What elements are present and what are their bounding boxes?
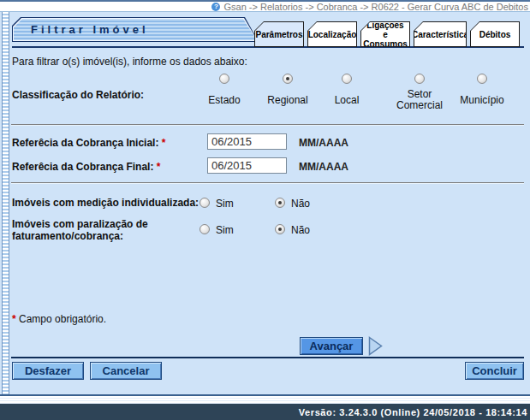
page-title: Filtrar Imóvel xyxy=(14,23,149,36)
radio-medicao-nao-label: Não xyxy=(291,198,310,210)
version-text: Versão: 3.24.3.0 (Online) 24/05/2018 - 1… xyxy=(299,407,527,417)
version-bar: Versão: 3.24.3.0 (Online) 24/05/2018 - 1… xyxy=(0,404,530,420)
ref-final-format: MM/AAAA xyxy=(299,161,348,173)
radio-local[interactable] xyxy=(342,74,352,84)
radio-medicao-nao[interactable] xyxy=(275,198,285,208)
intro-text: Para filtrar o(s) imóvel(is), informe os… xyxy=(12,56,247,68)
cancelar-button[interactable]: Cancelar xyxy=(90,362,162,380)
left-decorative-rail xyxy=(2,12,9,394)
section-divider xyxy=(11,182,524,183)
classification-option-local: Local xyxy=(308,72,385,112)
tab-parametros[interactable]: Parâmetros xyxy=(254,21,304,47)
panel-title-bar: Filtrar Imóvel xyxy=(12,17,259,42)
breadcrumb-bar: ? Gsan -> Relatorios -> Cobranca -> R062… xyxy=(0,0,530,12)
tab-ligacoes-consumos[interactable]: Ligações e Consumos xyxy=(360,21,410,47)
radio-paralizacao-sim[interactable] xyxy=(199,224,210,234)
classification-label: Classificação do Relatório: xyxy=(12,89,144,101)
filter-panel: Filtrar Imóvel Parâmetros Localização Li… xyxy=(0,12,530,396)
ref-final-label: Referêcia da Cobrança Final: * xyxy=(12,161,160,173)
tab-debitos[interactable]: Débitos xyxy=(470,21,520,47)
desfazer-button[interactable]: Desfazer xyxy=(12,362,84,380)
radio-medicao-sim-label: Sim xyxy=(216,198,234,210)
radio-municipio-label: Município xyxy=(460,95,503,106)
radio-municipio[interactable] xyxy=(477,74,487,84)
radio-setor-comercial[interactable] xyxy=(414,74,425,84)
avancar-button[interactable]: Avançar xyxy=(300,337,363,355)
radio-medicao-sim[interactable] xyxy=(199,198,210,208)
ref-inicial-format: MM/AAAA xyxy=(299,137,348,149)
ref-inicial-input[interactable] xyxy=(207,133,287,150)
radio-local-label: Local xyxy=(335,95,360,106)
radio-setor-comercial-label: Setor Comercial xyxy=(388,89,451,111)
ref-inicial-label: Referêcia da Cobrança Inicial: * xyxy=(12,137,165,149)
bottom-gap xyxy=(0,396,530,404)
radio-paralizacao-nao[interactable] xyxy=(275,224,285,234)
ref-final-input[interactable] xyxy=(207,157,287,174)
concluir-button[interactable]: Concluir xyxy=(465,362,524,380)
required-note: * Campo obrigatório. xyxy=(12,313,106,325)
radio-estado-label: Estado xyxy=(208,95,240,106)
forward-arrow-icon[interactable] xyxy=(368,336,383,356)
radio-paralizacao-nao-label: Não xyxy=(291,224,310,236)
radio-estado[interactable] xyxy=(219,74,229,84)
radio-regional[interactable] xyxy=(283,74,293,84)
section-divider xyxy=(11,124,524,125)
breadcrumb: Gsan -> Relatorios -> Cobranca -> R0622 … xyxy=(223,2,528,12)
radio-regional-label: Regional xyxy=(267,95,307,106)
tab-caracteristica[interactable]: Característica xyxy=(414,21,467,47)
footer-divider xyxy=(11,357,524,358)
medicao-label: Imóveis com medição individualizada: xyxy=(12,197,199,209)
classification-option-municipio: Município xyxy=(444,72,521,112)
tab-strip: Parâmetros Localização Ligações e Consum… xyxy=(254,21,520,47)
tab-localizacao[interactable]: Localização xyxy=(307,21,357,47)
paralizacao-label: Imóveis com paralização de faturamento/c… xyxy=(12,218,168,242)
help-icon[interactable]: ? xyxy=(211,3,220,11)
radio-paralizacao-sim-label: Sim xyxy=(216,224,234,236)
